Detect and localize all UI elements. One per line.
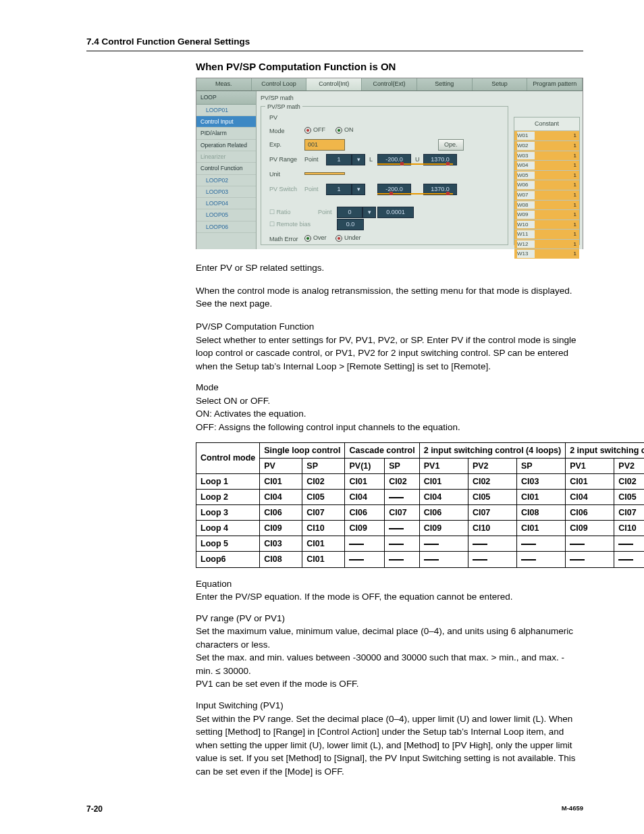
constant-row[interactable]: W091 (514, 209, 579, 219)
app-screenshot: Meas. Control Loop Control(Int) Control(… (196, 78, 583, 249)
pvrange-label: PV Range (269, 155, 297, 164)
pvswitch-point-label: Point (304, 185, 319, 194)
tab-control-int[interactable]: Control(Int) (306, 78, 362, 90)
constant-row[interactable]: W071 (514, 190, 579, 200)
remote-bias-input[interactable]: 0.0 (337, 219, 364, 230)
constant-panel: Constant W011W021W031W041W051W061W071W08… (514, 117, 580, 245)
th-sub: SP (517, 458, 566, 473)
mode-label: Mode (269, 127, 285, 136)
mode-on-radio[interactable]: ON (336, 126, 354, 134)
th-sub: PV2 (614, 458, 644, 473)
table-cell (566, 552, 614, 567)
table-cell: CI05 (468, 489, 516, 504)
tab-program-pattern[interactable]: Program pattern (527, 78, 583, 90)
th-single: Single loop control (260, 442, 345, 458)
pvrange-point-label: Point (304, 155, 319, 164)
table-cell: CI01 (260, 473, 302, 489)
mode-p1: Select ON or OFF. (196, 394, 583, 408)
sidebar-loop04[interactable]: LOOP04 (196, 198, 256, 209)
table-cell: CI07 (385, 505, 420, 521)
matherror-over-radio[interactable]: Over (304, 234, 327, 242)
table-cell: CI06 (260, 505, 302, 521)
constant-row[interactable]: W051 (514, 170, 579, 180)
exp-input[interactable]: 001 (304, 139, 345, 151)
table-cell: CI06 (345, 505, 385, 521)
sidebar: LOOP LOOP01 Control Input PID/Alarm Oper… (196, 91, 257, 249)
th-sub: PV1 (566, 458, 614, 473)
table-cell: CI04 (419, 489, 468, 504)
ratio-point-input[interactable]: 0▾ (337, 207, 376, 218)
table-cell: CI09 (566, 521, 614, 536)
sidebar-operation-related[interactable]: Operation Related (196, 140, 256, 151)
constant-row[interactable]: W031 (514, 151, 579, 161)
constant-row[interactable]: W021 (514, 140, 579, 151)
sidebar-control-function[interactable]: Control Function (196, 163, 256, 174)
table-cell: CI01 (566, 473, 614, 489)
row-label: Loop 3 (196, 505, 260, 521)
sidebar-loop03[interactable]: LOOP03 (196, 186, 256, 198)
constant-row[interactable]: W101 (514, 219, 579, 230)
ratio-point-label: Point (318, 208, 332, 217)
unit-input[interactable] (304, 169, 345, 178)
equation-body: Enter the PV/SP equation. If the mode is… (196, 590, 583, 604)
remote-bias-checkbox[interactable]: ☐ Remote bias (269, 220, 311, 229)
table-cell: CI10 (614, 521, 644, 536)
tab-setup[interactable]: Setup (473, 78, 528, 90)
sidebar-control-input[interactable]: Control Input (196, 116, 256, 128)
row-label: Loop6 (196, 552, 260, 567)
constant-row[interactable]: W061 (514, 180, 579, 190)
row-label: Loop 5 (196, 536, 260, 552)
tab-control-loop[interactable]: Control Loop (252, 78, 307, 90)
constant-row[interactable]: W131 (514, 249, 579, 259)
tab-control-ext[interactable]: Control(Ext) (362, 78, 417, 90)
constant-row[interactable]: W111 (514, 229, 579, 239)
table-cell: CI02 (614, 473, 644, 489)
intro-p2: When the control mode is analog retransm… (196, 284, 583, 311)
sidebar-head: LOOP (196, 91, 256, 104)
table-cell: CI09 (260, 521, 302, 536)
ope-button[interactable]: Ope. (438, 139, 464, 151)
constant-row[interactable]: W081 (514, 200, 579, 210)
table-cell: CI09 (345, 521, 385, 536)
table-cell: CI02 (385, 473, 420, 489)
table-cell (566, 536, 614, 552)
constant-row[interactable]: W041 (514, 160, 579, 170)
mode-off-radio[interactable]: OFF (304, 126, 325, 134)
table-cell: CI08 (260, 552, 302, 567)
table-cell: CI08 (517, 505, 566, 521)
mode-p2: ON: Activates the equation. (196, 407, 583, 421)
sidebar-loop05[interactable]: LOOP05 (196, 209, 256, 221)
table-cell: CI04 (260, 489, 302, 504)
group-legend: PV/SP math (265, 103, 302, 111)
inputsw-body: Set within the PV range. Set the decimal… (196, 712, 583, 779)
panel-tab-label[interactable]: PV/SP math (261, 94, 294, 103)
sidebar-loop06[interactable]: LOOP06 (196, 221, 256, 233)
th-control-mode: Control mode (196, 442, 260, 473)
matherror-under-radio[interactable]: Under (336, 234, 361, 242)
ratio-value-input[interactable]: 0.0001 (377, 207, 414, 218)
th-sub: PV (260, 458, 302, 473)
table-cell: CI01 (345, 473, 385, 489)
ratio-checkbox[interactable]: ☐ Ratio (269, 208, 291, 217)
table-cell (385, 489, 420, 504)
constant-row[interactable]: W121 (514, 239, 579, 249)
table-cell: CI01 (517, 489, 566, 504)
pvswitch-label: PV Switch (269, 185, 297, 194)
sidebar-linearizer[interactable]: Linearizer (196, 151, 256, 163)
sidebar-pid-alarm[interactable]: PID/Alarm (196, 128, 256, 139)
table-cell (517, 552, 566, 567)
pvrange-point-input[interactable]: 1▾ (326, 154, 365, 165)
tab-meas[interactable]: Meas. (196, 78, 252, 90)
pvswitch-point-input[interactable]: 1▾ (326, 184, 365, 195)
panel-group: PV/SP math PV Mode OFF ON Exp. 001 Ope. … (261, 106, 508, 245)
constant-row[interactable]: W011 (514, 130, 579, 140)
row-label: Loop 4 (196, 521, 260, 536)
tab-setting[interactable]: Setting (417, 78, 473, 90)
sidebar-loop01[interactable]: LOOP01 (196, 105, 256, 116)
intro-p1: Enter PV or SP related settings. (196, 261, 583, 275)
table-cell (614, 536, 644, 552)
table-cell: CI01 (302, 536, 345, 552)
mode-heading: Mode (196, 381, 583, 394)
sidebar-loop02[interactable]: LOOP02 (196, 175, 256, 186)
table-cell: CI10 (468, 521, 516, 536)
